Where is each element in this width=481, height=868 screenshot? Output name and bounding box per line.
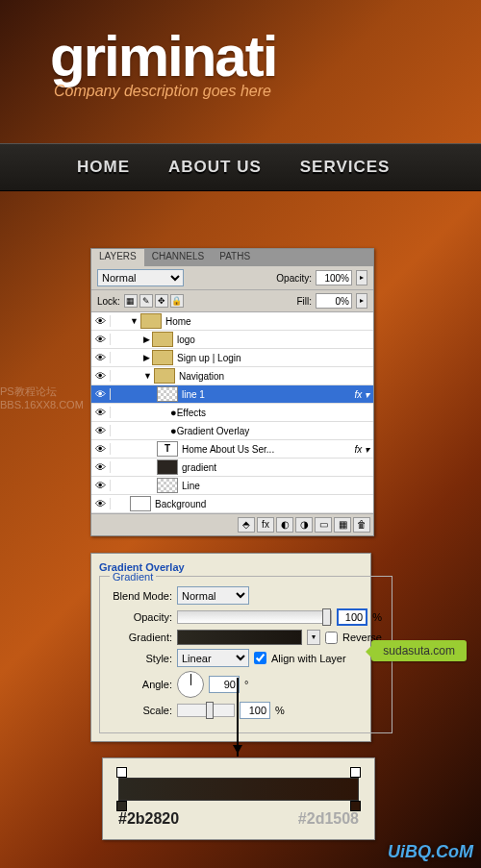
layer-name: gradient: [182, 462, 216, 473]
watermark-uibq: UiBQ.CoM: [388, 842, 473, 862]
opacity-label-dialog: Opacity:: [110, 611, 172, 623]
color-stop-right[interactable]: [350, 801, 361, 811]
gradient-preview[interactable]: [177, 630, 302, 645]
layer-row[interactable]: 👁● Effects: [91, 404, 373, 422]
lock-all-icon[interactable]: 🔒: [170, 294, 184, 308]
visibility-icon[interactable]: 👁: [91, 480, 111, 491]
folder-toggle-icon[interactable]: ▶: [143, 335, 150, 344]
logo-title: griminati: [50, 31, 481, 83]
blend-mode-select[interactable]: Normal: [97, 269, 184, 286]
layer-name: line 1: [182, 389, 205, 400]
layer-row[interactable]: 👁line 1fx ▾: [91, 385, 373, 404]
fx-badge[interactable]: fx ▾: [350, 389, 373, 400]
layer-name: Sign up | Login: [177, 353, 241, 363]
effect-icon: ●: [170, 425, 177, 436]
visibility-icon[interactable]: 👁: [91, 388, 111, 400]
gradient-dropdown-icon[interactable]: ▾: [307, 630, 320, 645]
lock-icons: ▦ ✎ ✥ 🔒: [124, 294, 184, 308]
layer-name: Effects: [177, 408, 206, 418]
angle-dial[interactable]: [177, 671, 204, 698]
visibility-icon[interactable]: 👁: [91, 334, 111, 345]
folder-icon: [154, 368, 175, 384]
color-stop-left[interactable]: [116, 801, 127, 811]
lock-label: Lock:: [97, 296, 120, 307]
opacity-input[interactable]: [316, 270, 352, 285]
opacity-flyout[interactable]: ▸: [356, 270, 367, 285]
delete-layer-icon[interactable]: 🗑: [353, 517, 370, 533]
visibility-icon[interactable]: 👁: [91, 352, 111, 363]
scale-slider[interactable]: [177, 704, 235, 717]
visibility-icon[interactable]: 👁: [91, 370, 111, 382]
gradient-overlay-dialog: Gradient Overlay Gradient Blend Mode: No…: [90, 553, 371, 742]
visibility-icon[interactable]: 👁: [91, 425, 111, 436]
scale-input[interactable]: [240, 702, 270, 719]
opacity-stop-left[interactable]: [116, 767, 127, 778]
gradient-bar[interactable]: [118, 778, 359, 801]
new-group-icon[interactable]: ▭: [315, 517, 332, 533]
layer-name: Navigation: [179, 371, 224, 382]
layer-row[interactable]: 👁Background: [91, 495, 373, 513]
folder-icon: [140, 313, 162, 329]
tab-channels[interactable]: CHANNELS: [144, 249, 212, 266]
logo-block: griminati Company description goes here: [0, 0, 481, 100]
visibility-icon[interactable]: 👁: [91, 461, 111, 473]
tab-paths[interactable]: PATHS: [212, 249, 258, 266]
layer-row[interactable]: 👁▼Home: [91, 312, 373, 331]
layer-name: Gradient Overlay: [177, 426, 250, 436]
lock-position-icon[interactable]: ✥: [155, 294, 168, 308]
layer-row[interactable]: 👁THome About Us Ser...fx ▾: [91, 440, 373, 459]
fill-flyout[interactable]: ▸: [356, 293, 367, 309]
align-checkbox[interactable]: [254, 652, 266, 664]
nav-services[interactable]: SERVICES: [300, 144, 391, 190]
folder-icon: [152, 350, 173, 365]
layers-panel: LAYERS CHANNELS PATHS Normal Opacity: ▸ …: [90, 248, 374, 536]
layer-row[interactable]: 👁Line: [91, 477, 373, 495]
link-layers-icon[interactable]: ⬘: [238, 517, 255, 533]
visibility-icon[interactable]: 👁: [91, 315, 111, 327]
arrow-annotation: [237, 678, 239, 756]
layer-name: Home About Us Ser...: [182, 444, 274, 455]
logo-tagline: Company description goes here: [50, 83, 481, 100]
angle-label: Angle:: [110, 679, 172, 690]
visibility-icon[interactable]: 👁: [91, 498, 111, 509]
lock-transparency-icon[interactable]: ▦: [124, 294, 138, 308]
layer-style-icon[interactable]: fx: [257, 517, 274, 533]
layer-thumb: [157, 478, 178, 493]
fx-badge[interactable]: fx ▾: [350, 444, 373, 455]
layer-row[interactable]: 👁● Gradient Overlay: [91, 422, 373, 440]
gradient-label: Gradient:: [110, 632, 172, 643]
nav-home[interactable]: HOME: [77, 144, 130, 190]
opacity-slider[interactable]: [177, 610, 332, 624]
fieldset-legend: Gradient: [110, 571, 156, 583]
visibility-icon[interactable]: 👁: [91, 407, 111, 418]
angle-input[interactable]: [209, 676, 240, 693]
layer-row[interactable]: 👁gradient: [91, 459, 373, 477]
main-nav: HOME ABOUT US SERVICES: [0, 143, 481, 191]
fill-input[interactable]: [316, 293, 352, 309]
layer-row[interactable]: 👁▶Sign up | Login: [91, 349, 373, 367]
new-layer-icon[interactable]: ▦: [334, 517, 351, 533]
visibility-icon[interactable]: 👁: [91, 443, 111, 455]
layer-row[interactable]: 👁▼Navigation: [91, 367, 373, 385]
blend-mode-select-dialog[interactable]: Normal: [177, 586, 249, 605]
layer-mask-icon[interactable]: ◐: [276, 517, 293, 533]
tab-layers[interactable]: LAYERS: [91, 249, 144, 266]
opacity-value-input[interactable]: [337, 608, 367, 626]
lock-pixels-icon[interactable]: ✎: [139, 294, 153, 308]
reverse-checkbox[interactable]: [325, 632, 338, 644]
style-select[interactable]: Linear: [177, 649, 249, 667]
callout-badge: sudasuta.com: [371, 640, 467, 661]
folder-toggle-icon[interactable]: ▼: [143, 371, 152, 381]
text-layer-icon: T: [157, 441, 178, 457]
fill-label: Fill:: [296, 296, 312, 307]
opacity-label: Opacity:: [276, 273, 312, 284]
blend-mode-label: Blend Mode:: [110, 590, 172, 602]
layer-name: Home: [165, 316, 191, 327]
layer-row[interactable]: 👁▶logo: [91, 331, 373, 349]
adjustment-layer-icon[interactable]: ◑: [295, 517, 313, 533]
folder-toggle-icon[interactable]: ▶: [143, 353, 150, 362]
effect-icon: ●: [170, 407, 177, 418]
opacity-stop-right[interactable]: [350, 767, 361, 778]
nav-about[interactable]: ABOUT US: [168, 144, 262, 190]
folder-toggle-icon[interactable]: ▼: [130, 316, 139, 326]
